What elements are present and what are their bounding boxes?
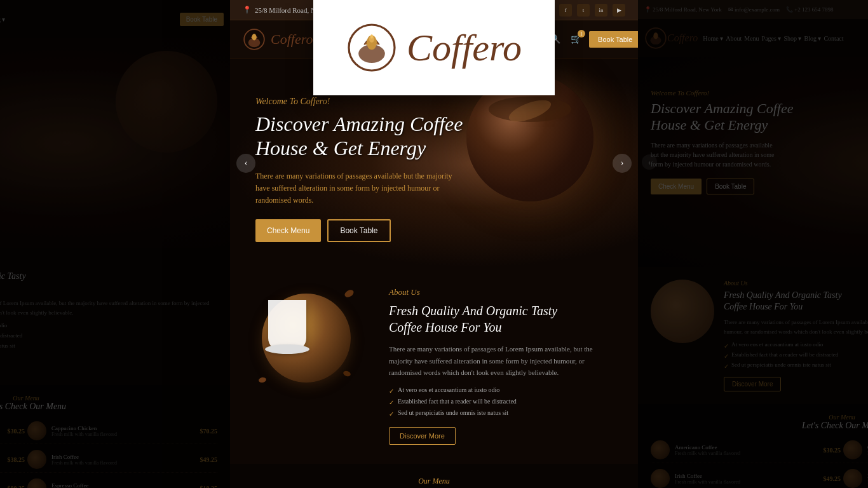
- right-menu-item: Cappucino Chicken Fresh milk with vanill…: [843, 437, 868, 463]
- menu-header: Our Menu Let's Check Our Menu: [255, 477, 613, 488]
- hero-title: Discover Amazing Coffee House & Get Ener…: [255, 112, 463, 161]
- left-about-desc: There are many variations of passages of…: [0, 299, 217, 317]
- right-menu-item-img: [651, 469, 670, 488]
- right-about-title: Fresh Quality And Organic TastyCoffee Ho…: [724, 290, 868, 313]
- left-menu-item-info: Milk Cream Coffee Fresh milk with vanill…: [0, 454, 3, 466]
- coffee-bean-1: [344, 288, 355, 299]
- about-content: About Us Fresh Quality And Organic Tasty…: [389, 287, 613, 445]
- right-prev-arrow: ‹: [642, 154, 657, 170]
- left-hero-welcome: Welcome To Coffero!: [0, 70, 217, 78]
- about-image-container: [255, 287, 370, 395]
- about-title: Fresh Quality And Organic Tasty Coffee H…: [389, 302, 613, 336]
- left-menu-item: Cappucino Chicken Fresh milk with vanill…: [27, 418, 217, 444]
- about-section: About Us Fresh Quality And Organic Tasty…: [230, 268, 638, 464]
- right-menu-item-price: $30.25: [824, 447, 841, 454]
- hero-prev-button[interactable]: ‹: [236, 154, 255, 173]
- left-about-title: Fresh Quality And Organic TastyCoffee Ho…: [0, 271, 217, 294]
- left-menu-item-price: $49.25: [200, 456, 218, 463]
- right-menu-item-info: Americano Coffee Fresh milk with vanilla…: [675, 444, 818, 456]
- cart-button[interactable]: 🛒 1: [568, 31, 584, 47]
- book-table-hero-button[interactable]: Book Table: [327, 219, 390, 242]
- book-table-button[interactable]: Book Table: [589, 31, 638, 48]
- right-menu-grid: Americano Coffee Fresh milk with vanilla…: [651, 437, 868, 488]
- left-menu-item: Milk Cream Coffee Fresh milk with vanill…: [0, 447, 25, 473]
- left-menu-item-name: Irish Coffee: [51, 454, 195, 460]
- right-about-checks: ✓ At vero eos et accusantium at iusto od…: [724, 341, 868, 370]
- left-menu-item: Espresso Coffee Fresh milk with vanilla …: [27, 475, 217, 488]
- right-side-hero: ‹ › Welcome To Coffero! Discover Amazing…: [638, 57, 868, 267]
- left-menu-item-desc: Fresh milk with vanilla flavored: [0, 431, 3, 437]
- left-menu-item-img: [27, 421, 46, 440]
- about-check-3: ✓ Sed ut perspiciatis unde omnis iste na…: [389, 409, 613, 417]
- check-text-1: At vero eos et accusantium at iusto odio: [398, 386, 499, 393]
- cup-white: [268, 300, 306, 351]
- left-about-content: About Us Fresh Quality And Organic Tasty…: [0, 261, 217, 372]
- about-title-line1: Fresh Quality And Organic Tasty: [389, 304, 557, 318]
- left-book-table-btn: Book Table: [180, 13, 224, 26]
- left-menu-item-desc: Fresh milk with vanilla flavored: [51, 460, 195, 466]
- right-menu-item-img: [843, 469, 862, 488]
- coffee-bean-2: [342, 370, 351, 377]
- right-menu-title: Let's Check Our Menu: [651, 421, 868, 431]
- menu-subtitle: Our Menu: [255, 477, 613, 486]
- left-menu-item-price: $18.25: [200, 485, 218, 488]
- logo-popup: Coffero: [313, 0, 555, 95]
- right-menu-item-desc: Fresh milk with vanilla flavored: [675, 479, 818, 485]
- left-menu-item-name: Cappucino Chicken: [51, 425, 195, 431]
- left-menu-subtitle: Our Menu: [0, 395, 217, 402]
- logo-text: Coffero: [271, 31, 313, 48]
- right-hero-welcome: Welcome To Coffero!: [651, 89, 868, 97]
- right-hero-content: Welcome To Coffero! Discover Amazing Cof…: [638, 57, 868, 207]
- cart-badge: 1: [578, 30, 585, 37]
- left-menu-section: Our Menu Let's Check Our Menu Americano …: [0, 385, 230, 488]
- hero-title-line1: Discover Amazing Coffee: [255, 112, 463, 135]
- about-check-1: ✓ At vero eos et accusantium at iusto od…: [389, 386, 613, 395]
- menu-section: Our Menu Let's Check Our Menu Americano …: [230, 464, 638, 488]
- right-hero-desc: There are many variations of passages av…: [651, 140, 778, 169]
- right-menu-item: Americano Coffee Fresh milk with vanilla…: [651, 437, 841, 463]
- about-check-2: ✓ Established fact that a reader will be…: [389, 398, 613, 406]
- right-menu-subtitle: Our Menu: [651, 414, 868, 421]
- logo-icon: [243, 28, 266, 51]
- hero-title-line2: House & Get Energy: [255, 137, 426, 159]
- check-icon-3: ✓: [389, 410, 394, 417]
- check-text-2: Established fact that a reader will be d…: [398, 398, 517, 405]
- left-menu-item-info: Cappucino Chicken Fresh milk with vanill…: [51, 425, 195, 437]
- right-about-image: [651, 280, 714, 343]
- right-about-desc: There are many variations of passages of…: [724, 318, 868, 336]
- left-menu-item-info: Americano Coffee Fresh milk with vanilla…: [0, 425, 3, 437]
- right-menu-item: Irish Coffee Fresh milk with vanilla fla…: [651, 466, 841, 488]
- left-menu-item-price: $80.25: [8, 485, 25, 488]
- svg-point-8: [252, 34, 256, 40]
- discover-more-button[interactable]: Discover More: [389, 427, 456, 445]
- left-menu-item-desc: Fresh milk with vanilla flavored: [51, 431, 195, 437]
- left-about-checks: ✓ At vero eos et accusantium at iusto od…: [0, 322, 217, 351]
- left-menu-item-name: Americano Coffee: [0, 425, 3, 431]
- left-about-section: About Us Fresh Quality And Organic Tasty…: [0, 248, 230, 385]
- left-menu-header: Our Menu Let's Check Our Menu: [0, 395, 217, 412]
- left-hero-title: Discover Amazing CoffeeHouse & Get Energ…: [0, 81, 217, 115]
- popup-logo-icon: [346, 22, 397, 73]
- facebook-icon[interactable]: f: [559, 4, 572, 17]
- logo[interactable]: Coffero: [243, 28, 313, 51]
- about-title-line2: Coffee House For You: [389, 320, 502, 334]
- nav-actions: 🔍 🛒 1 Book Table: [547, 31, 638, 48]
- cup-saucer: [265, 344, 309, 354]
- right-about-subtitle: About Us: [724, 280, 868, 287]
- right-menu-item-price: $49.25: [824, 475, 841, 482]
- about-checklist: ✓ At vero eos et accusantium at iusto od…: [389, 386, 613, 417]
- about-description: There are many variations of passages of…: [389, 343, 613, 379]
- check-menu-button[interactable]: Check Menu: [255, 219, 321, 242]
- hero-description: There are many variations of passages av…: [255, 170, 459, 207]
- youtube-icon[interactable]: ▶: [613, 4, 625, 17]
- location-icon: 📍: [243, 6, 252, 14]
- left-nav-links: Home ▾ About Menu Pages ▾ Shop ▾ Blog ▾: [0, 16, 180, 23]
- right-hero-title: Discover Amazing CoffeeHouse & Get Energ…: [651, 100, 868, 134]
- popup-logo-text: Coffero: [407, 26, 522, 70]
- left-menu-item-info: Irish Coffee Fresh milk with vanilla fla…: [51, 454, 195, 466]
- hero-next-button[interactable]: ›: [613, 154, 632, 173]
- left-hero-content: Welcome To Coffero! Discover Amazing Cof…: [0, 38, 230, 188]
- linkedin-icon[interactable]: in: [595, 4, 607, 17]
- left-menu-item-img: [27, 478, 46, 488]
- twitter-icon[interactable]: t: [577, 4, 590, 17]
